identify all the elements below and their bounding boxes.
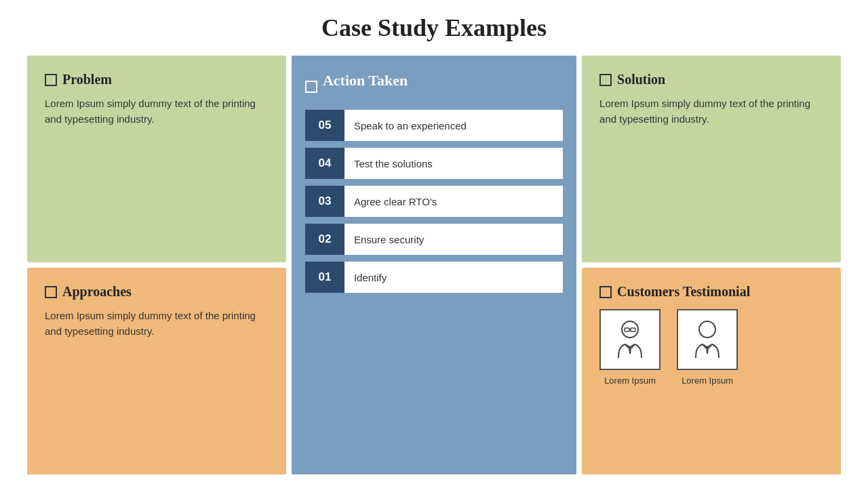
problem-title: Problem [62, 72, 112, 87]
action-item-label-01: Identify [344, 262, 563, 293]
solution-text: Lorem Ipsum simply dummy text of the pri… [599, 96, 823, 127]
person-1-icon-box [599, 309, 660, 370]
approaches-header: Approaches [45, 284, 269, 300]
person-1: Lorem Ipsum [599, 309, 660, 386]
solution-header: Solution [599, 72, 823, 87]
action-item-01: 01 Identify [305, 262, 563, 293]
action-title: Action Taken [323, 72, 408, 89]
problem-icon [45, 74, 57, 86]
svg-rect-1 [625, 328, 629, 331]
approaches-text: Lorem Ipsum simply dummy text of the pri… [45, 308, 269, 340]
solution-icon [599, 74, 612, 86]
action-icon [305, 81, 317, 93]
solution-card: Solution Lorem Ipsum simply dummy text o… [582, 56, 841, 262]
action-item-label-03: Agree clear RTO's [344, 186, 563, 217]
testimonial-title: Customers Testimonial [617, 284, 750, 300]
action-card: Action Taken 05 Speak to an experienced … [292, 56, 576, 474]
person-2: Lorem Ipsum [677, 309, 738, 386]
person-2-icon [684, 316, 731, 363]
action-item-05: 05 Speak to an experienced [305, 110, 563, 141]
action-item-num-03: 03 [305, 186, 344, 217]
svg-point-8 [699, 321, 715, 338]
person-1-label: Lorem Ipsum [604, 375, 656, 386]
problem-header: Problem [45, 72, 269, 87]
action-item-label-04: Test the solutions [344, 148, 563, 179]
action-item-04: 04 Test the solutions [305, 148, 563, 179]
page-title: Case Study Examples [321, 14, 547, 42]
testimonial-card: Customers Testimonial [582, 268, 841, 474]
testimonial-icon [599, 286, 612, 298]
svg-marker-5 [629, 347, 631, 354]
action-item-num-05: 05 [305, 110, 344, 141]
svg-marker-9 [706, 347, 709, 354]
person-2-icon-box [677, 309, 738, 370]
main-grid: Problem Lorem Ipsum simply dummy text of… [27, 56, 841, 474]
action-item-num-02: 02 [305, 224, 344, 255]
person-1-icon [606, 316, 654, 363]
svg-rect-2 [631, 328, 635, 331]
approaches-card: Approaches Lorem Ipsum simply dummy text… [27, 268, 286, 474]
action-header: Action Taken [305, 72, 563, 102]
problem-card: Problem Lorem Ipsum simply dummy text of… [27, 56, 286, 262]
action-item-02: 02 Ensure security [305, 224, 563, 255]
action-items-list: 05 Speak to an experienced 04 Test the s… [305, 110, 563, 293]
testimonial-header: Customers Testimonial [599, 284, 823, 300]
person-2-label: Lorem Ipsum [682, 375, 733, 386]
approaches-icon [45, 286, 57, 298]
approaches-title: Approaches [62, 284, 132, 300]
action-item-num-01: 01 [305, 262, 344, 293]
action-item-label-02: Ensure security [344, 224, 563, 255]
action-item-03: 03 Agree clear RTO's [305, 186, 563, 217]
action-item-label-05: Speak to an experienced [344, 110, 563, 141]
action-item-num-04: 04 [305, 148, 344, 179]
testimonial-persons: Lorem Ipsum Lorem Ips [599, 309, 823, 386]
problem-text: Lorem Ipsum simply dummy text of the pri… [45, 96, 269, 127]
solution-title: Solution [617, 72, 665, 87]
